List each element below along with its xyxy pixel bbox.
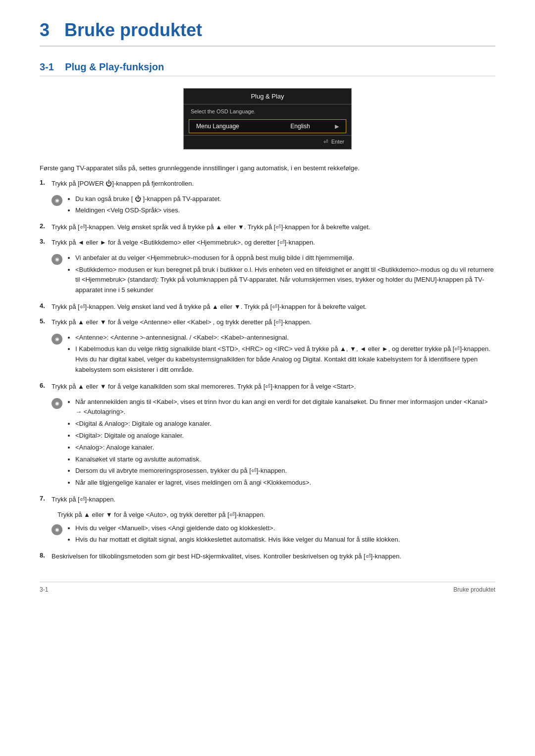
- step-7-note-2: Hvis du har mottatt et digitalt signal, …: [75, 535, 495, 545]
- step-7-subtext: Trykk på ▲ eller ▼ for å velge <Auto>, o…: [57, 510, 495, 520]
- section-title-text: Plug & Play-funksjon: [65, 61, 164, 72]
- step-5-note-1: <Antenne>: <Antenne >-antennesignal. / <…: [75, 333, 495, 343]
- step-7-note-1: Hvis du velger <Manuell>, vises <Angi gj…: [75, 523, 495, 534]
- note-icon-7: ◉: [52, 524, 62, 535]
- step-6-note-4: <Analog>: Analoge kanaler.: [75, 443, 495, 453]
- step-4: 4. Trykk på [⏎]-knappen. Velg ønsket lan…: [40, 302, 495, 312]
- step-6-note-3: <Digital>: Digitale og analoge kanaler.: [75, 431, 495, 441]
- note-icon-6: ◉: [52, 398, 62, 409]
- step-7: 7. Trykk på [⏎]-knappen.: [40, 495, 495, 505]
- note-icon-3: ◉: [52, 254, 62, 265]
- step-5-note-content: <Antenne>: <Antenne >-antennesignal. / <…: [67, 333, 495, 377]
- step-6-notes: ◉ Når antennekilden angis til <Kabel>, v…: [52, 397, 495, 490]
- step-4-number: 4.: [40, 302, 49, 309]
- note-icon-1: ◉: [52, 195, 62, 206]
- step-1-note-2: Meldingen <Velg OSD-Språk> vises.: [75, 205, 495, 216]
- step-2-text: Trykk på [⏎]-knappen. Velg ønsket språk …: [52, 222, 495, 233]
- chapter-title-text: Bruke produktet: [64, 20, 202, 40]
- step-3-note-2: <Butikkdemo> modusen er kun beregnet på …: [75, 265, 495, 296]
- osd-row-label: Menu Language: [196, 123, 266, 130]
- osd-footer-text: Enter: [331, 139, 344, 145]
- step-3-note-1: Vi anbefaler at du velger <Hjemmebruk>-m…: [75, 253, 495, 263]
- step-6-text: Trykk på ▲ eller ▼ for å velge kanalkild…: [52, 382, 495, 392]
- step-7-number: 7.: [40, 495, 49, 502]
- intro-text: Første gang TV-apparatet slås på, settes…: [40, 163, 495, 174]
- step-7-note-content: Hvis du velger <Manuell>, vises <Angi gj…: [67, 523, 495, 547]
- step-7-notes: ◉ Hvis du velger <Manuell>, vises <Angi …: [52, 523, 495, 547]
- step-1: 1. Trykk på [POWER ⏻]-knappen på fjernko…: [40, 179, 495, 189]
- osd-dialog: Plug & Play Select the OSD Language. Men…: [183, 88, 352, 150]
- step-5-notes: ◉ <Antenne>: <Antenne >-antennesignal. /…: [52, 333, 495, 377]
- osd-row-arrow-icon: ▶: [335, 123, 339, 130]
- step-1-note-1: Du kan også bruke [ ⏻ ]-knappen på TV-ap…: [75, 194, 495, 204]
- chapter-number: 3: [40, 20, 50, 40]
- osd-title-text: Plug & Play: [251, 93, 284, 100]
- step-4-text: Trykk på [⏎]-knappen. Velg ønsket land v…: [52, 302, 495, 312]
- step-3-text: Trykk på ◄ eller ► for å velge <Butikkde…: [52, 238, 495, 248]
- step-1-text: Trykk på [POWER ⏻]-knappen på fjernkontr…: [52, 179, 495, 189]
- step-6-note-5: Kanalsøket vil starte og avslutte automa…: [75, 454, 495, 465]
- step-5-text: Trykk på ▲ eller ▼ for å velge <Antenne>…: [52, 317, 495, 328]
- step-8: 8. Beskrivelsen for tilkoblingsmetoden s…: [40, 552, 495, 562]
- note-icon-5: ◉: [52, 334, 62, 345]
- step-6-note-1: Når antennekilden angis til <Kabel>, vis…: [75, 397, 495, 418]
- step-3-number: 3.: [40, 238, 49, 245]
- step-5-number: 5.: [40, 317, 49, 325]
- section-number: 3-1: [40, 61, 54, 72]
- step-7-text: Trykk på [⏎]-knappen.: [52, 495, 495, 505]
- osd-footer: ⏎ Enter: [184, 135, 351, 149]
- step-2: 2. Trykk på [⏎]-knappen. Velg ønsket spr…: [40, 222, 495, 233]
- step-1-number: 1.: [40, 179, 49, 186]
- step-3: 3. Trykk på ◄ eller ► for å velge <Butik…: [40, 238, 495, 248]
- step-6-note-6: Dersom du vil avbryte memoreringsprosess…: [75, 466, 495, 476]
- osd-menu-row: Menu Language English ▶: [189, 119, 346, 133]
- chapter-title: 3 Bruke produktet: [40, 20, 495, 47]
- step-1-notes: ◉ Du kan også bruke [ ⏻ ]-knappen på TV-…: [52, 194, 495, 218]
- step-2-number: 2.: [40, 222, 49, 230]
- section-title: 3-1 Plug & Play-funksjon: [40, 61, 495, 76]
- step-1-note-content: Du kan også bruke [ ⏻ ]-knappen på TV-ap…: [67, 194, 495, 218]
- footer-page-number: 3-1: [40, 586, 48, 593]
- step-8-text: Beskrivelsen for tilkoblingsmetoden som …: [52, 552, 495, 562]
- step-6-note-7: Når alle tilgjengelige kanaler er lagret…: [75, 478, 495, 488]
- osd-title-bar: Plug & Play: [184, 89, 351, 104]
- osd-row-value: English: [266, 123, 335, 130]
- step-3-notes: ◉ Vi anbefaler at du velger <Hjemmebruk>…: [52, 253, 495, 297]
- footer-bar: 3-1 Bruke produktet: [40, 582, 495, 593]
- step-6: 6. Trykk på ▲ eller ▼ for å velge kanalk…: [40, 382, 495, 392]
- osd-subtitle-text: Select the OSD Language.: [191, 108, 256, 114]
- intro-text-content: Første gang TV-apparatet slås på, settes…: [40, 164, 360, 172]
- step-6-note-content: Når antennekilden angis til <Kabel>, vis…: [67, 397, 495, 490]
- step-5: 5. Trykk på ▲ eller ▼ for å velge <Anten…: [40, 317, 495, 328]
- osd-subtitle: Select the OSD Language.: [184, 104, 351, 117]
- step-3-note-content: Vi anbefaler at du velger <Hjemmebruk>-m…: [67, 253, 495, 297]
- step-5-note-2: I Kabelmodus kan du velge riktig signalk…: [75, 344, 495, 375]
- step-6-note-2: <Digital & Analog>: Digitale og analoge …: [75, 419, 495, 429]
- step-8-number: 8.: [40, 552, 49, 559]
- footer-chapter-name: Bruke produktet: [453, 586, 495, 593]
- step-7-sub-content: Trykk på ▲ eller ▼ for å velge <Auto>, o…: [57, 511, 265, 518]
- enter-icon: ⏎: [323, 139, 328, 145]
- step-6-number: 6.: [40, 382, 49, 389]
